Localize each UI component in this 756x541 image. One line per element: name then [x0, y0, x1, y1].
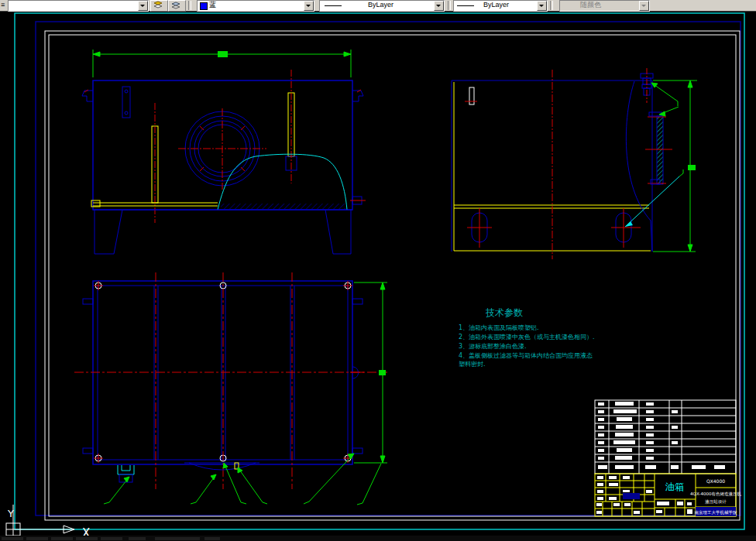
drawing-number: QX4000: [706, 478, 725, 484]
technical-notes: 技术参数 1、油箱内表面及隔板喷塑铝. 2、油箱外表面喷漆中灰色（或与主机漆色相…: [459, 307, 595, 368]
chevron-down-icon[interactable]: [138, 1, 148, 11]
horizontal-dimension: [93, 50, 351, 77]
organization-name: 南京理工大学机械学院: [695, 510, 738, 515]
notes-line: 2、油箱外表面喷漆中灰色（或与主机漆色相同）.: [459, 334, 595, 341]
taskbar-button[interactable]: [51, 537, 73, 540]
layers-dialog-button[interactable]: [150, 0, 168, 12]
linetype-combobox[interactable]: ByLayer: [319, 0, 445, 12]
taskbar-button[interactable]: [26, 537, 48, 540]
color-combobox-value: 蓝: [209, 1, 216, 9]
toolbar-separator: [448, 1, 451, 10]
project-title-line1: 4QX-4000有色铸造液压机: [690, 491, 741, 497]
chevron-down-icon[interactable]: [434, 1, 444, 11]
front-view-drawing[interactable]: [82, 50, 366, 254]
taskbar-button[interactable]: [2, 537, 23, 540]
taskbar-button[interactable]: [155, 537, 200, 540]
layer-combobox[interactable]: [8, 0, 149, 12]
taskbar-button[interactable]: [204, 537, 220, 540]
chevron-down-icon: [639, 1, 649, 11]
object-properties-toolbar: ≡ 蓝 ByLayer ByLayer 随颜色: [0, 0, 756, 12]
notes-title: 技术参数: [485, 307, 523, 318]
title-block: 油箱 QX4000 4QX-4000有色铸造液压机 液压站设计 南京理工大学机械…: [595, 474, 741, 516]
toolbar-separator: [550, 1, 553, 10]
parts-list-table: [595, 400, 736, 474]
plotstyle-combobox: 随颜色: [559, 0, 650, 12]
chevron-down-icon[interactable]: [537, 1, 547, 11]
part-name: 油箱: [665, 481, 684, 492]
top-view-drawing[interactable]: [74, 272, 387, 505]
lineweight-combobox-value: ByLayer: [483, 1, 509, 9]
leader-lines: [104, 454, 381, 505]
selected-cell-highlight: [623, 493, 640, 499]
clipped-toolbar-icon: ≡: [1, 2, 6, 9]
notes-line: 3、游标底部整涂白色漆.: [459, 343, 527, 350]
make-object-layer-current-button[interactable]: [168, 0, 186, 12]
side-view-drawing[interactable]: [452, 68, 697, 259]
taskbar-button[interactable]: [76, 537, 98, 540]
color-combobox[interactable]: 蓝: [197, 0, 314, 12]
cad-application-window: { "toolbar": { "layer_combo_value": "", …: [0, 0, 756, 541]
color-swatch-blue: [200, 2, 208, 10]
plotstyle-combobox-value: 随颜色: [580, 1, 601, 9]
toolbar-separator: [188, 1, 191, 10]
notes-line: 塑料密封.: [459, 361, 486, 368]
notes-line: 1、油箱内表面及隔板喷塑铝.: [459, 324, 539, 331]
chevron-down-icon[interactable]: [304, 1, 314, 11]
taskbar-button[interactable]: [129, 537, 146, 540]
table-text-blobs: [598, 402, 725, 469]
notes-line: 4、盖板侧板过滤器等与箱体内结合面均应用液态: [459, 352, 593, 359]
pump-housing-outline: [218, 154, 347, 210]
project-title-line2: 液压站设计: [705, 499, 727, 505]
taskbar-button[interactable]: [101, 537, 122, 540]
linetype-sample: [325, 5, 342, 6]
sheet-frames: [15, 13, 744, 529]
lineweight-sample: [457, 5, 474, 6]
model-space-canvas[interactable]: 技术参数 1、油箱内表面及隔板喷塑铝. 2、油箱外表面喷漆中灰色（或与主机漆色相…: [0, 0, 756, 541]
linetype-combobox-value: ByLayer: [368, 1, 393, 9]
ucs-y-label: Y: [7, 508, 14, 519]
leader-lines: [651, 83, 683, 176]
lineweight-combobox[interactable]: ByLayer: [453, 0, 548, 12]
bottom-status-strip: [0, 536, 756, 541]
